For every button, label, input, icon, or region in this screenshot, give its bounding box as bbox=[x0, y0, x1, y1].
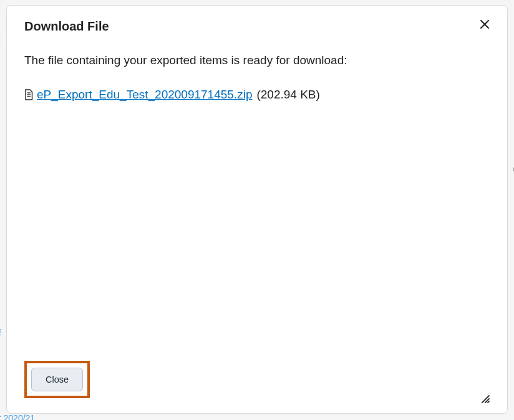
close-button[interactable]: Close bbox=[31, 368, 83, 391]
svg-line-7 bbox=[488, 401, 489, 403]
modal-header: Download File bbox=[7, 6, 507, 34]
background-text: io bbox=[0, 34, 1, 44]
background-text: cr 2020/21 bbox=[0, 413, 35, 420]
download-file-link[interactable]: eP_Export_Edu_Test_202009171455.zip bbox=[37, 88, 252, 102]
file-row: eP_Export_Edu_Test_202009171455.zip (202… bbox=[24, 88, 490, 102]
file-size-label: (202.94 KB) bbox=[256, 88, 319, 102]
file-icon bbox=[24, 89, 33, 100]
resize-handle-icon[interactable] bbox=[480, 393, 490, 403]
modal-body: The file containing your exported items … bbox=[7, 34, 507, 355]
modal-footer: Close bbox=[7, 355, 507, 413]
close-button-highlight: Close bbox=[24, 361, 90, 398]
export-description: The file containing your exported items … bbox=[24, 52, 490, 69]
modal-title: Download File bbox=[24, 19, 109, 34]
download-file-modal: Download File The file containing your e… bbox=[6, 5, 508, 414]
close-icon[interactable] bbox=[480, 19, 490, 29]
background-text: of bbox=[0, 328, 1, 338]
